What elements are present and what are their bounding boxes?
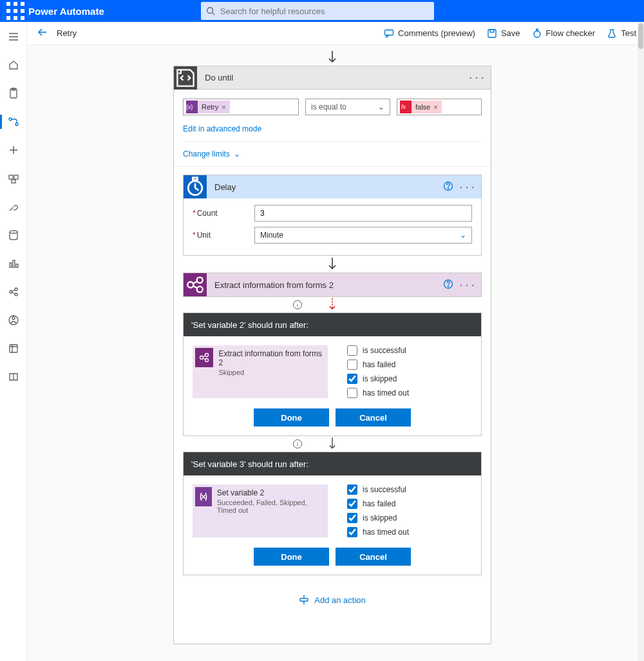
svg-line-38 xyxy=(12,290,15,291)
chevron-down-icon: ⌄ xyxy=(378,102,384,111)
count-input[interactable] xyxy=(254,205,472,222)
extract-menu-icon[interactable]: · · · xyxy=(460,280,475,290)
svg-rect-3 xyxy=(6,9,10,13)
hamburger-icon[interactable] xyxy=(0,28,27,45)
command-bar: Retry Comments (preview) Save Flow check… xyxy=(0,22,644,45)
svg-point-36 xyxy=(15,288,17,291)
change-limits-toggle[interactable]: Change limits ⌄ xyxy=(183,141,482,158)
svg-line-47 xyxy=(195,188,198,191)
check-is-successful[interactable]: is successful xyxy=(347,345,409,356)
monitor-icon[interactable] xyxy=(0,255,27,272)
approvals-icon[interactable] xyxy=(0,85,27,102)
svg-point-54 xyxy=(197,287,203,292)
predecessor-card[interactable]: Set variable 2 Succeeded, Failed, Skippe… xyxy=(193,484,328,537)
info-icon[interactable]: i xyxy=(293,439,302,448)
connectors-icon[interactable] xyxy=(0,198,27,215)
do-until-card: Do until · · · Retry× is equal to ⌄ fals… xyxy=(173,66,491,644)
svg-point-31 xyxy=(10,231,17,233)
svg-rect-28 xyxy=(9,175,13,179)
info-icon[interactable]: i xyxy=(293,300,302,309)
svg-rect-30 xyxy=(12,180,15,183)
check-has-timed-out[interactable]: has timed out xyxy=(347,527,409,537)
svg-rect-32 xyxy=(10,263,12,267)
svg-point-53 xyxy=(197,277,203,283)
svg-point-9 xyxy=(207,8,213,14)
condition-right-input[interactable]: false× xyxy=(397,99,482,115)
check-has-failed[interactable]: has failed xyxy=(347,499,409,509)
flow-name: Retry xyxy=(57,28,77,38)
svg-rect-42 xyxy=(10,345,17,352)
done-button[interactable]: Done xyxy=(254,548,329,566)
cancel-button[interactable]: Cancel xyxy=(336,408,411,426)
condition-left-input[interactable]: Retry× xyxy=(183,99,299,115)
templates-icon[interactable] xyxy=(0,170,27,187)
svg-point-58 xyxy=(448,285,448,286)
help-icon[interactable] xyxy=(443,181,453,193)
data-icon[interactable] xyxy=(0,227,27,244)
variable-token[interactable]: Retry× xyxy=(186,101,230,113)
run-after-panel-1: 'Set variable 2' should run after: Extra… xyxy=(183,312,482,436)
expression-token[interactable]: false× xyxy=(400,101,442,113)
run-after-panel-2: 'Set variable 3' should run after: Set v… xyxy=(183,452,482,575)
extract-icon xyxy=(195,348,213,367)
done-button[interactable]: Done xyxy=(254,408,329,426)
delay-card: Delay · · · *Count *Unit xyxy=(183,175,482,256)
svg-rect-6 xyxy=(6,16,10,20)
create-icon[interactable] xyxy=(0,142,27,158)
variable-icon xyxy=(195,487,212,506)
delay-header[interactable]: Delay · · · xyxy=(184,175,481,198)
svg-rect-14 xyxy=(490,30,494,32)
save-button[interactable]: Save xyxy=(487,28,520,39)
run-after-header: 'Set variable 3' should run after: xyxy=(184,452,481,475)
remove-token-icon[interactable]: × xyxy=(433,103,437,111)
svg-rect-68 xyxy=(300,599,308,601)
home-icon[interactable] xyxy=(0,57,27,73)
svg-line-63 xyxy=(203,356,205,357)
search-box[interactable] xyxy=(201,2,434,20)
unit-select[interactable]: Minute ⌄ xyxy=(254,227,472,244)
help-icon[interactable] xyxy=(443,279,453,291)
extract-icon xyxy=(184,273,207,296)
learn-icon[interactable] xyxy=(0,369,27,385)
check-is-skipped[interactable]: is skipped xyxy=(347,513,409,523)
cancel-button[interactable]: Cancel xyxy=(336,548,411,566)
back-icon[interactable] xyxy=(37,27,48,39)
svg-line-55 xyxy=(193,282,197,284)
svg-rect-48 xyxy=(193,178,197,180)
test-button[interactable]: Test xyxy=(607,28,636,39)
predecessor-card[interactable]: Extract information from forms 2 Skipped xyxy=(193,345,328,398)
svg-rect-34 xyxy=(16,264,18,267)
extract-header[interactable]: Extract information from forms 2 · · · xyxy=(184,273,481,296)
myflows-icon[interactable] xyxy=(0,113,27,130)
add-action-inner[interactable]: Add an action xyxy=(183,595,482,605)
svg-point-15 xyxy=(534,31,540,37)
count-label: *Count xyxy=(193,209,254,218)
check-has-timed-out[interactable]: has timed out xyxy=(347,388,409,398)
check-is-skipped[interactable]: is skipped xyxy=(347,374,409,384)
do-until-header[interactable]: Do until · · · xyxy=(174,66,491,90)
check-has-failed[interactable]: has failed xyxy=(347,359,409,370)
flow-checker-button[interactable]: Flow checker xyxy=(532,28,596,39)
check-is-successful[interactable]: is successful xyxy=(347,484,409,495)
delay-icon xyxy=(184,175,207,198)
svg-rect-33 xyxy=(13,260,15,267)
solutions-icon[interactable] xyxy=(0,340,27,357)
condition-operator-select[interactable]: is equal to ⌄ xyxy=(305,99,390,115)
waffle-icon[interactable] xyxy=(5,1,26,21)
scrollbar-thumb[interactable] xyxy=(638,23,643,49)
svg-point-61 xyxy=(205,354,209,357)
scrollbar[interactable] xyxy=(638,22,644,661)
comments-button[interactable]: Comments (preview) xyxy=(384,28,475,39)
svg-point-41 xyxy=(12,317,15,320)
do-until-menu-icon[interactable]: · · · xyxy=(469,73,484,82)
process-advisor-icon[interactable] xyxy=(0,312,27,329)
remove-token-icon[interactable]: × xyxy=(222,103,225,111)
delay-menu-icon[interactable]: · · · xyxy=(460,182,475,192)
ai-builder-icon[interactable] xyxy=(0,283,27,300)
svg-line-56 xyxy=(193,286,197,289)
configure-run-after-arrow-icon xyxy=(328,298,337,311)
svg-rect-4 xyxy=(14,9,17,13)
svg-rect-16 xyxy=(536,29,538,30)
edit-advanced-link[interactable]: Edit in advanced mode xyxy=(183,124,482,133)
search-input[interactable] xyxy=(220,6,429,16)
